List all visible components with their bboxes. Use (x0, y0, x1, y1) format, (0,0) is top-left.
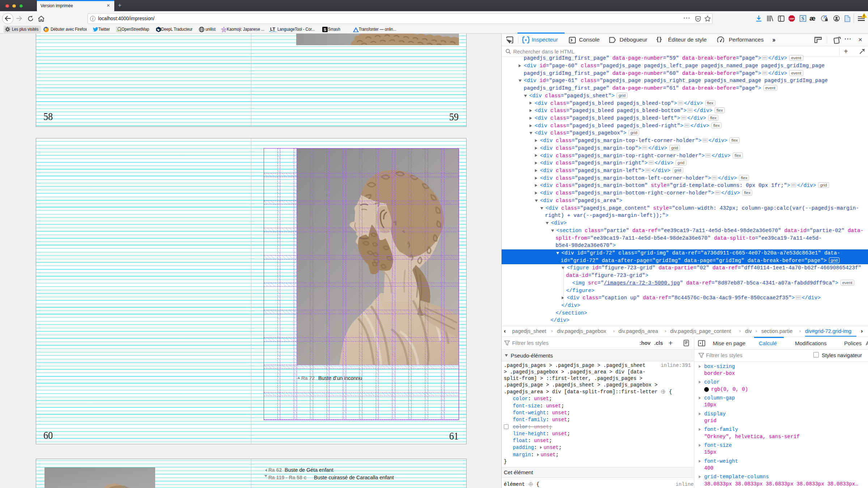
svg-text:S: S (801, 16, 804, 21)
svg-text:S: S (324, 27, 326, 32)
svg-text:ABP: ABP (789, 17, 794, 20)
